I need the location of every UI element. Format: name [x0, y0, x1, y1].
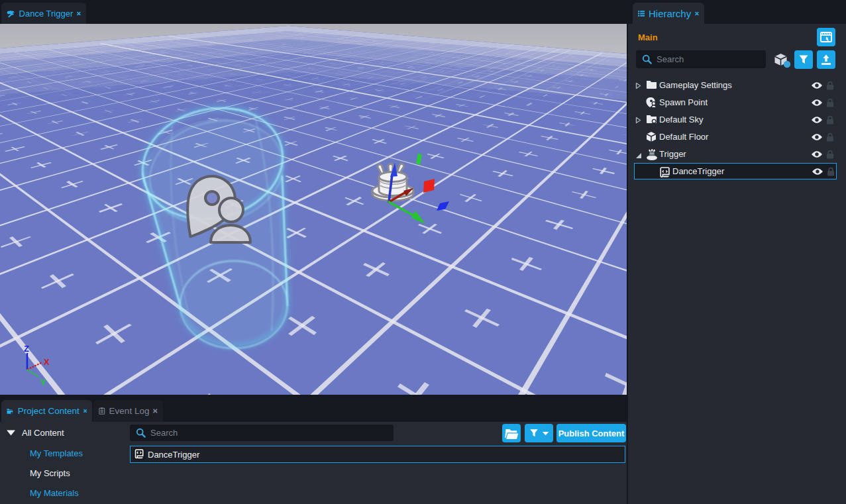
- svg-text:Y: Y: [40, 378, 46, 387]
- svg-text:X: X: [44, 357, 50, 367]
- svg-text:Z: Z: [24, 344, 29, 354]
